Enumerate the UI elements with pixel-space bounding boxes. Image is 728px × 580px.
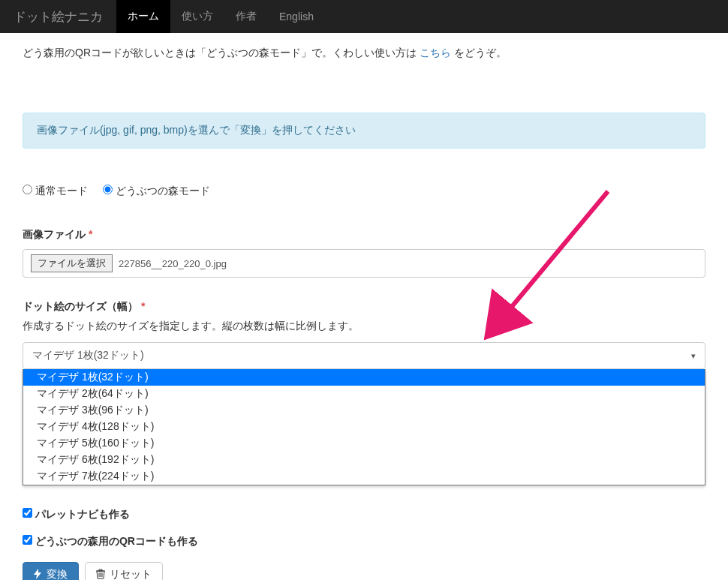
- size-option-3[interactable]: マイデザ 4枚(128ドット): [23, 419, 705, 435]
- trash-icon: [96, 569, 105, 581]
- file-input-wrap[interactable]: ファイルを選択 227856__220_220_0.jpg: [23, 249, 705, 278]
- main-container: どう森用のQRコードが欲しいときは「どうぶつの森モード」で。くわしい使い方は こ…: [0, 33, 728, 580]
- mode-animal-text: どうぶつの森モード: [116, 185, 210, 197]
- mode-normal-label[interactable]: 通常モード: [23, 185, 91, 197]
- qr-checkbox-row[interactable]: どうぶつの森用のQRコードも作る: [23, 535, 705, 548]
- size-selected-text: マイデザ 1枚(32ドット): [32, 349, 144, 362]
- nav-item-1[interactable]: 使い方: [170, 0, 224, 33]
- size-option-4[interactable]: マイデザ 5枚(160ドット): [23, 435, 705, 452]
- size-help: 作成するドット絵のサイズを指定します。縦の枚数は幅に比例します。: [23, 320, 705, 333]
- palette-checkbox-label: パレットナビも作る: [35, 508, 130, 520]
- file-label: 画像ファイル: [23, 228, 86, 240]
- top-note: どう森用のQRコードが欲しいときは「どうぶつの森モード」で。くわしい使い方は こ…: [23, 47, 705, 60]
- brand[interactable]: ドット絵ナニカ: [0, 0, 116, 33]
- size-required-mark: *: [141, 300, 145, 312]
- nav-item-2[interactable]: 作者: [224, 0, 268, 33]
- mode-normal-radio[interactable]: [23, 185, 32, 194]
- palette-checkbox[interactable]: [23, 508, 32, 518]
- size-dropdown[interactable]: マイデザ 1枚(32ドット)マイデザ 2枚(64ドット)マイデザ 3枚(96ドッ…: [23, 369, 705, 485]
- mode-radio-group: 通常モード どうぶつの森モード: [23, 185, 705, 198]
- file-choose-button[interactable]: ファイルを選択: [31, 254, 113, 272]
- top-note-before: どう森用のQRコードが欲しいときは「どうぶつの森モード」で。くわしい使い方は: [23, 47, 420, 59]
- mode-animal-label[interactable]: どうぶつの森モード: [103, 185, 210, 197]
- chevron-down-icon: ▾: [691, 351, 696, 361]
- size-option-0[interactable]: マイデザ 1枚(32ドット): [23, 369, 705, 386]
- file-required-mark: *: [89, 228, 92, 240]
- top-note-after: をどうぞ。: [451, 47, 507, 59]
- bolt-icon: [34, 569, 42, 581]
- button-row: 変換 リセット: [23, 562, 705, 580]
- reset-button-label: リセット: [110, 568, 152, 580]
- size-option-5[interactable]: マイデザ 6枚(192ドット): [23, 452, 705, 468]
- mode-normal-text: 通常モード: [35, 185, 88, 197]
- mode-animal-radio[interactable]: [103, 185, 113, 194]
- convert-button[interactable]: 変換: [23, 562, 79, 580]
- file-group: 画像ファイル * ファイルを選択 227856__220_220_0.jpg: [23, 228, 705, 278]
- qr-checkbox[interactable]: [23, 535, 32, 545]
- size-option-2[interactable]: マイデザ 3枚(96ドット): [23, 402, 705, 419]
- top-note-link[interactable]: こちら: [420, 47, 451, 59]
- size-select[interactable]: マイデザ 1枚(32ドット) ▾: [23, 342, 705, 369]
- reset-button[interactable]: リセット: [85, 562, 163, 580]
- navbar: ドット絵ナニカ ホーム使い方作者English: [0, 0, 728, 33]
- size-option-1[interactable]: マイデザ 2枚(64ドット): [23, 386, 705, 402]
- file-name: 227856__220_220_0.jpg: [119, 258, 227, 269]
- size-option-6[interactable]: マイデザ 7枚(224ドット): [23, 468, 705, 485]
- qr-checkbox-label: どうぶつの森用のQRコードも作る: [35, 535, 198, 547]
- nav-item-0[interactable]: ホーム: [116, 0, 170, 33]
- info-box: 画像ファイル(jpg, gif, png, bmp)を選んで「変換」を押してくだ…: [23, 113, 705, 149]
- size-label: ドット絵のサイズ（幅）: [23, 300, 138, 312]
- nav-item-3[interactable]: English: [268, 0, 325, 33]
- size-group: ドット絵のサイズ（幅） * 作成するドット絵のサイズを指定します。縦の枚数は幅に…: [23, 300, 705, 485]
- convert-button-label: 変換: [47, 568, 68, 580]
- palette-checkbox-row[interactable]: パレットナビも作る: [23, 508, 705, 521]
